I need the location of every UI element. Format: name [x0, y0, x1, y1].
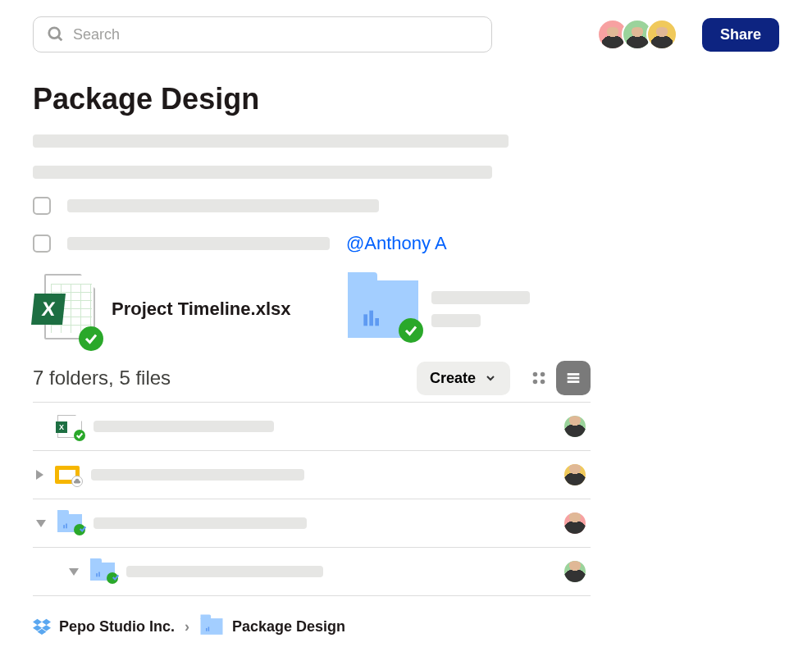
- text-line: [67, 199, 379, 212]
- text-line: [431, 291, 530, 304]
- folder-card[interactable]: [348, 272, 530, 346]
- text-line: [126, 566, 323, 577]
- svg-line-1: [58, 37, 62, 41]
- topbar: Share: [33, 16, 779, 52]
- svg-point-6: [541, 372, 545, 377]
- chevron-down-icon: [484, 371, 497, 385]
- svg-rect-15: [98, 572, 100, 577]
- avatar[interactable]: [646, 19, 677, 50]
- chevron-right-icon: ›: [185, 618, 189, 636]
- avatar[interactable]: [563, 414, 587, 439]
- list-item[interactable]: [33, 499, 591, 548]
- text-line: [33, 166, 558, 179]
- checklist-item: @Anthony A: [33, 233, 558, 254]
- synced-check-icon: [79, 326, 103, 351]
- text-line: [431, 314, 481, 327]
- list-view-button[interactable]: [556, 361, 591, 395]
- svg-rect-14: [96, 573, 98, 576]
- collapse-icon[interactable]: [36, 520, 46, 527]
- list-item[interactable]: [33, 451, 591, 499]
- dropbox-icon: [33, 617, 51, 636]
- breadcrumb-item[interactable]: Pepo Studio Inc.: [33, 617, 175, 636]
- synced-check-icon: [399, 318, 423, 343]
- synced-check-icon: [107, 572, 118, 584]
- create-label: Create: [430, 370, 476, 387]
- items-count: 7 folders, 5 files: [33, 367, 171, 390]
- file-list: X: [33, 402, 591, 596]
- avatar[interactable]: [563, 559, 587, 584]
- svg-rect-12: [63, 525, 65, 528]
- text-line: [94, 421, 274, 432]
- excel-icon: X: [57, 415, 82, 438]
- svg-rect-2: [364, 314, 368, 326]
- text-line: [33, 134, 558, 148]
- file-card[interactable]: X Project Timeline.xlsx: [33, 272, 290, 346]
- text-line: [94, 517, 307, 529]
- svg-point-7: [533, 380, 538, 385]
- folder-icon: [90, 563, 115, 581]
- grid-view-button[interactable]: [522, 361, 556, 395]
- text-line: [67, 237, 330, 250]
- attachments-row: X Project Timeline.xlsx: [33, 272, 779, 346]
- svg-point-8: [541, 380, 545, 385]
- svg-rect-16: [206, 628, 208, 631]
- folder-icon: [201, 618, 223, 635]
- create-button[interactable]: Create: [417, 362, 510, 395]
- avatar[interactable]: [563, 511, 587, 535]
- collaborator-avatars: [604, 19, 677, 50]
- breadcrumb-item[interactable]: Package Design: [199, 617, 345, 636]
- svg-rect-3: [370, 311, 374, 326]
- synced-check-icon: [74, 524, 85, 535]
- text-line: [91, 469, 304, 481]
- search-input[interactable]: [73, 26, 478, 43]
- page-title: Package Design: [33, 82, 779, 116]
- slides-icon: [55, 466, 80, 484]
- folder-icon: [57, 514, 82, 532]
- file-name: Project Timeline.xlsx: [112, 298, 290, 320]
- synced-check-icon: [74, 430, 85, 441]
- expand-icon[interactable]: [36, 470, 43, 480]
- svg-point-5: [533, 372, 538, 377]
- search-icon: [47, 25, 65, 43]
- view-toggle: [522, 361, 591, 395]
- cloud-sync-icon: [71, 476, 83, 487]
- summary-bar: 7 folders, 5 files Create: [33, 361, 591, 395]
- avatar[interactable]: [563, 462, 587, 487]
- svg-rect-13: [66, 524, 67, 529]
- list-item[interactable]: X: [33, 402, 591, 451]
- list-item[interactable]: [33, 548, 591, 596]
- svg-rect-4: [376, 318, 380, 326]
- checklist-item: [33, 197, 558, 215]
- breadcrumb-label: Package Design: [232, 618, 345, 636]
- search-box: [33, 16, 492, 52]
- breadcrumb-label: Pepo Studio Inc.: [59, 618, 175, 636]
- svg-rect-17: [208, 626, 210, 631]
- collapse-icon[interactable]: [69, 568, 79, 576]
- mention[interactable]: @Anthony A: [346, 233, 447, 254]
- share-button[interactable]: Share: [702, 18, 779, 52]
- checkbox[interactable]: [33, 235, 51, 253]
- svg-point-0: [49, 28, 60, 39]
- checkbox[interactable]: [33, 197, 51, 215]
- breadcrumb: Pepo Studio Inc. › Package Design: [33, 617, 779, 636]
